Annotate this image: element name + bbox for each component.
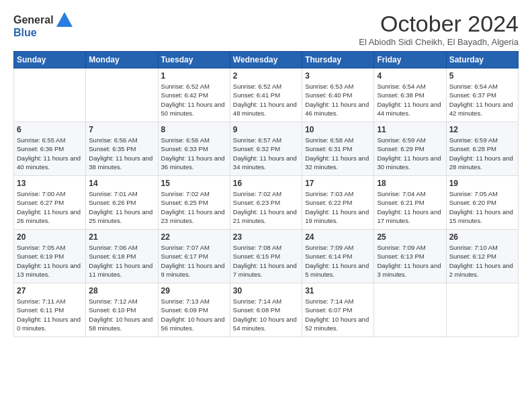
calendar-cell: 14Sunrise: 7:01 AM Sunset: 6:26 PM Dayli… (86, 176, 158, 230)
calendar-cell: 19Sunrise: 7:05 AM Sunset: 6:20 PM Dayli… (446, 176, 518, 230)
day-number: 28 (89, 286, 154, 295)
calendar-cell: 31Sunrise: 7:14 AM Sunset: 6:07 PM Dayli… (302, 283, 374, 337)
calendar-cell: 8Sunrise: 6:56 AM Sunset: 6:33 PM Daylig… (158, 122, 230, 176)
day-number: 19 (449, 179, 515, 188)
day-info: Sunrise: 7:12 AM Sunset: 6:10 PM Dayligh… (89, 297, 154, 332)
day-info: Sunrise: 6:56 AM Sunset: 6:35 PM Dayligh… (89, 136, 154, 171)
day-number: 2 (233, 71, 299, 81)
calendar-cell: 4Sunrise: 6:54 AM Sunset: 6:38 PM Daylig… (374, 68, 446, 122)
day-number: 9 (233, 125, 299, 134)
week-row-1: 1Sunrise: 6:52 AM Sunset: 6:42 PM Daylig… (14, 68, 519, 122)
day-number: 1 (161, 71, 227, 81)
subtitle: El Abiodh Sidi Cheikh, El Bayadh, Algeri… (359, 37, 519, 47)
day-info: Sunrise: 7:06 AM Sunset: 6:18 PM Dayligh… (89, 243, 154, 279)
day-number: 3 (305, 71, 371, 81)
col-header-saturday: Saturday (446, 52, 518, 68)
calendar-cell: 28Sunrise: 7:12 AM Sunset: 6:10 PM Dayli… (86, 283, 158, 337)
day-info: Sunrise: 7:03 AM Sunset: 6:22 PM Dayligh… (305, 189, 371, 225)
calendar-cell: 26Sunrise: 7:10 AM Sunset: 6:12 PM Dayli… (446, 230, 518, 283)
day-info: Sunrise: 7:04 AM Sunset: 6:21 PM Dayligh… (377, 189, 443, 225)
calendar-cell: 22Sunrise: 7:07 AM Sunset: 6:17 PM Dayli… (158, 230, 230, 283)
calendar-cell: 6Sunrise: 6:55 AM Sunset: 6:36 PM Daylig… (14, 122, 86, 176)
calendar-cell (14, 68, 86, 122)
day-number: 26 (449, 232, 515, 242)
day-info: Sunrise: 6:55 AM Sunset: 6:36 PM Dayligh… (17, 136, 83, 171)
calendar-cell: 20Sunrise: 7:05 AM Sunset: 6:19 PM Dayli… (14, 230, 86, 283)
day-number: 17 (305, 179, 371, 188)
day-info: Sunrise: 6:57 AM Sunset: 6:32 PM Dayligh… (233, 136, 299, 171)
day-number: 16 (233, 179, 299, 188)
week-row-5: 27Sunrise: 7:11 AM Sunset: 6:11 PM Dayli… (14, 283, 519, 337)
month-title: October 2024 (359, 11, 519, 37)
calendar-cell: 3Sunrise: 6:53 AM Sunset: 6:40 PM Daylig… (302, 68, 374, 122)
day-info: Sunrise: 6:56 AM Sunset: 6:33 PM Dayligh… (161, 136, 227, 171)
header: General Blue October 2024 El Abiodh Sidi… (13, 11, 519, 47)
day-info: Sunrise: 7:10 AM Sunset: 6:12 PM Dayligh… (449, 243, 515, 279)
calendar-cell (374, 283, 446, 337)
calendar-cell (86, 68, 158, 122)
day-number: 12 (449, 125, 515, 134)
calendar-cell: 11Sunrise: 6:59 AM Sunset: 6:29 PM Dayli… (374, 122, 446, 176)
day-info: Sunrise: 6:59 AM Sunset: 6:29 PM Dayligh… (377, 136, 443, 171)
calendar-cell: 18Sunrise: 7:04 AM Sunset: 6:21 PM Dayli… (374, 176, 446, 230)
col-header-friday: Friday (374, 52, 446, 68)
day-number: 8 (161, 125, 227, 134)
week-row-4: 20Sunrise: 7:05 AM Sunset: 6:19 PM Dayli… (14, 230, 519, 283)
day-info: Sunrise: 6:58 AM Sunset: 6:31 PM Dayligh… (305, 136, 371, 171)
day-info: Sunrise: 6:52 AM Sunset: 6:42 PM Dayligh… (161, 82, 227, 118)
day-info: Sunrise: 7:09 AM Sunset: 6:14 PM Dayligh… (305, 243, 371, 279)
day-number: 7 (89, 125, 154, 134)
day-number: 31 (305, 286, 371, 295)
title-block: October 2024 El Abiodh Sidi Cheikh, El B… (359, 11, 519, 47)
day-number: 18 (377, 179, 443, 188)
day-info: Sunrise: 7:02 AM Sunset: 6:23 PM Dayligh… (233, 189, 299, 225)
day-info: Sunrise: 7:02 AM Sunset: 6:25 PM Dayligh… (161, 189, 227, 225)
day-number: 25 (377, 232, 443, 242)
day-info: Sunrise: 6:59 AM Sunset: 6:28 PM Dayligh… (449, 136, 515, 171)
calendar-cell: 23Sunrise: 7:08 AM Sunset: 6:15 PM Dayli… (230, 230, 302, 283)
calendar-cell: 10Sunrise: 6:58 AM Sunset: 6:31 PM Dayli… (302, 122, 374, 176)
col-header-monday: Monday (86, 52, 158, 68)
day-number: 27 (17, 286, 83, 295)
day-number: 20 (17, 232, 83, 242)
col-header-sunday: Sunday (14, 52, 86, 68)
calendar-cell: 5Sunrise: 6:54 AM Sunset: 6:37 PM Daylig… (446, 68, 518, 122)
day-info: Sunrise: 7:08 AM Sunset: 6:15 PM Dayligh… (233, 243, 299, 279)
calendar-cell: 13Sunrise: 7:00 AM Sunset: 6:27 PM Dayli… (14, 176, 86, 230)
day-info: Sunrise: 7:11 AM Sunset: 6:11 PM Dayligh… (17, 297, 83, 332)
day-info: Sunrise: 7:00 AM Sunset: 6:27 PM Dayligh… (17, 189, 83, 225)
calendar-cell: 30Sunrise: 7:14 AM Sunset: 6:08 PM Dayli… (230, 283, 302, 337)
day-info: Sunrise: 7:05 AM Sunset: 6:20 PM Dayligh… (449, 189, 515, 225)
day-number: 29 (161, 286, 227, 295)
day-info: Sunrise: 7:07 AM Sunset: 6:17 PM Dayligh… (161, 243, 227, 279)
day-number: 30 (233, 286, 299, 295)
week-row-3: 13Sunrise: 7:00 AM Sunset: 6:27 PM Dayli… (14, 176, 519, 230)
calendar-cell: 17Sunrise: 7:03 AM Sunset: 6:22 PM Dayli… (302, 176, 374, 230)
week-row-2: 6Sunrise: 6:55 AM Sunset: 6:36 PM Daylig… (14, 122, 519, 176)
day-info: Sunrise: 7:13 AM Sunset: 6:09 PM Dayligh… (161, 297, 227, 332)
calendar-cell: 21Sunrise: 7:06 AM Sunset: 6:18 PM Dayli… (86, 230, 158, 283)
header-row: SundayMondayTuesdayWednesdayThursdayFrid… (14, 52, 519, 68)
calendar-cell: 12Sunrise: 6:59 AM Sunset: 6:28 PM Dayli… (446, 122, 518, 176)
logo-general: General (13, 14, 54, 26)
day-info: Sunrise: 7:01 AM Sunset: 6:26 PM Dayligh… (89, 189, 154, 225)
day-number: 13 (17, 179, 83, 188)
day-number: 10 (305, 125, 371, 134)
day-number: 4 (377, 71, 443, 81)
calendar-table: SundayMondayTuesdayWednesdayThursdayFrid… (13, 51, 519, 337)
day-number: 14 (89, 179, 154, 188)
page: General Blue October 2024 El Abiodh Sidi… (0, 0, 532, 411)
calendar-cell: 2Sunrise: 6:52 AM Sunset: 6:41 PM Daylig… (230, 68, 302, 122)
day-number: 6 (17, 125, 83, 134)
calendar-cell: 7Sunrise: 6:56 AM Sunset: 6:35 PM Daylig… (86, 122, 158, 176)
day-info: Sunrise: 6:54 AM Sunset: 6:38 PM Dayligh… (377, 82, 443, 118)
day-number: 11 (377, 125, 443, 134)
day-info: Sunrise: 6:53 AM Sunset: 6:40 PM Dayligh… (305, 82, 371, 118)
logo-blue: Blue (13, 27, 74, 39)
calendar-cell: 24Sunrise: 7:09 AM Sunset: 6:14 PM Dayli… (302, 230, 374, 283)
col-header-tuesday: Tuesday (158, 52, 230, 68)
day-info: Sunrise: 7:14 AM Sunset: 6:08 PM Dayligh… (233, 297, 299, 332)
day-number: 5 (449, 71, 515, 81)
calendar-cell: 27Sunrise: 7:11 AM Sunset: 6:11 PM Dayli… (14, 283, 86, 337)
calendar-cell: 9Sunrise: 6:57 AM Sunset: 6:32 PM Daylig… (230, 122, 302, 176)
